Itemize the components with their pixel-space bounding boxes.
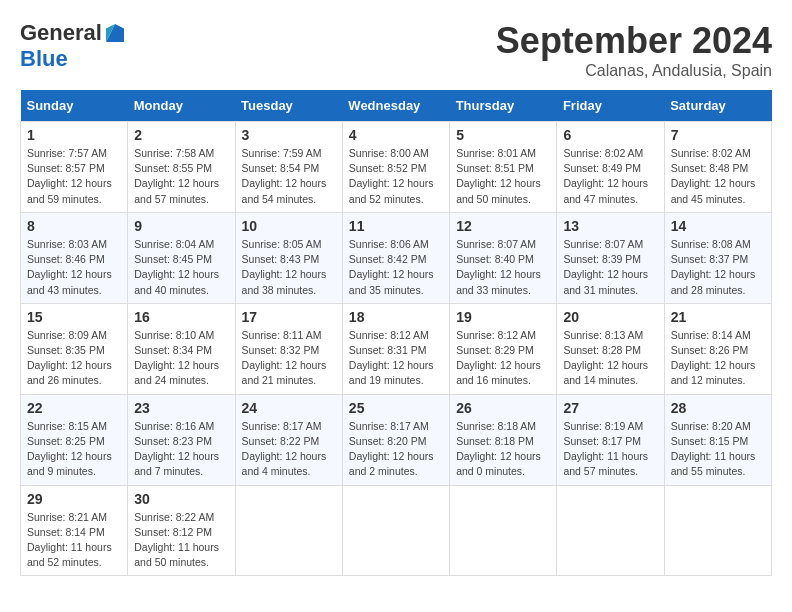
table-row: 27Sunrise: 8:19 AM Sunset: 8:17 PM Dayli… [557,394,664,485]
logo-icon [106,24,124,42]
day-number: 19 [456,309,550,325]
header-saturday: Saturday [664,90,771,122]
day-info: Sunrise: 8:12 AM Sunset: 8:29 PM Dayligh… [456,328,550,389]
table-row [450,485,557,576]
day-number: 13 [563,218,657,234]
day-info: Sunrise: 8:17 AM Sunset: 8:22 PM Dayligh… [242,419,336,480]
table-row: 16Sunrise: 8:10 AM Sunset: 8:34 PM Dayli… [128,303,235,394]
day-info: Sunrise: 8:14 AM Sunset: 8:26 PM Dayligh… [671,328,765,389]
table-row: 23Sunrise: 8:16 AM Sunset: 8:23 PM Dayli… [128,394,235,485]
table-row: 15Sunrise: 8:09 AM Sunset: 8:35 PM Dayli… [21,303,128,394]
day-number: 17 [242,309,336,325]
table-row [342,485,449,576]
day-info: Sunrise: 8:07 AM Sunset: 8:40 PM Dayligh… [456,237,550,298]
day-info: Sunrise: 8:17 AM Sunset: 8:20 PM Dayligh… [349,419,443,480]
day-number: 3 [242,127,336,143]
day-info: Sunrise: 8:09 AM Sunset: 8:35 PM Dayligh… [27,328,121,389]
calendar-week-row: 15Sunrise: 8:09 AM Sunset: 8:35 PM Dayli… [21,303,772,394]
day-info: Sunrise: 8:20 AM Sunset: 8:15 PM Dayligh… [671,419,765,480]
day-info: Sunrise: 8:03 AM Sunset: 8:46 PM Dayligh… [27,237,121,298]
table-row: 21Sunrise: 8:14 AM Sunset: 8:26 PM Dayli… [664,303,771,394]
month-title: September 2024 [496,20,772,62]
day-info: Sunrise: 8:18 AM Sunset: 8:18 PM Dayligh… [456,419,550,480]
day-number: 5 [456,127,550,143]
table-row: 12Sunrise: 8:07 AM Sunset: 8:40 PM Dayli… [450,212,557,303]
table-row: 5Sunrise: 8:01 AM Sunset: 8:51 PM Daylig… [450,122,557,213]
day-number: 8 [27,218,121,234]
table-row: 28Sunrise: 8:20 AM Sunset: 8:15 PM Dayli… [664,394,771,485]
day-info: Sunrise: 8:05 AM Sunset: 8:43 PM Dayligh… [242,237,336,298]
table-row [557,485,664,576]
header-monday: Monday [128,90,235,122]
day-info: Sunrise: 8:22 AM Sunset: 8:12 PM Dayligh… [134,510,228,571]
table-row: 6Sunrise: 8:02 AM Sunset: 8:49 PM Daylig… [557,122,664,213]
header-friday: Friday [557,90,664,122]
day-number: 18 [349,309,443,325]
table-row: 25Sunrise: 8:17 AM Sunset: 8:20 PM Dayli… [342,394,449,485]
calendar-week-row: 1Sunrise: 7:57 AM Sunset: 8:57 PM Daylig… [21,122,772,213]
day-info: Sunrise: 7:59 AM Sunset: 8:54 PM Dayligh… [242,146,336,207]
day-number: 4 [349,127,443,143]
table-row: 29Sunrise: 8:21 AM Sunset: 8:14 PM Dayli… [21,485,128,576]
day-number: 27 [563,400,657,416]
calendar-week-row: 22Sunrise: 8:15 AM Sunset: 8:25 PM Dayli… [21,394,772,485]
day-number: 21 [671,309,765,325]
table-row: 11Sunrise: 8:06 AM Sunset: 8:42 PM Dayli… [342,212,449,303]
day-number: 14 [671,218,765,234]
table-row: 14Sunrise: 8:08 AM Sunset: 8:37 PM Dayli… [664,212,771,303]
table-row: 18Sunrise: 8:12 AM Sunset: 8:31 PM Dayli… [342,303,449,394]
table-row: 9Sunrise: 8:04 AM Sunset: 8:45 PM Daylig… [128,212,235,303]
table-row: 4Sunrise: 8:00 AM Sunset: 8:52 PM Daylig… [342,122,449,213]
day-info: Sunrise: 7:57 AM Sunset: 8:57 PM Dayligh… [27,146,121,207]
day-number: 16 [134,309,228,325]
day-number: 22 [27,400,121,416]
day-info: Sunrise: 8:00 AM Sunset: 8:52 PM Dayligh… [349,146,443,207]
day-number: 12 [456,218,550,234]
table-row [664,485,771,576]
day-info: Sunrise: 8:07 AM Sunset: 8:39 PM Dayligh… [563,237,657,298]
table-row: 10Sunrise: 8:05 AM Sunset: 8:43 PM Dayli… [235,212,342,303]
table-row: 19Sunrise: 8:12 AM Sunset: 8:29 PM Dayli… [450,303,557,394]
table-row: 30Sunrise: 8:22 AM Sunset: 8:12 PM Dayli… [128,485,235,576]
day-number: 23 [134,400,228,416]
table-row: 26Sunrise: 8:18 AM Sunset: 8:18 PM Dayli… [450,394,557,485]
day-number: 24 [242,400,336,416]
day-info: Sunrise: 8:02 AM Sunset: 8:49 PM Dayligh… [563,146,657,207]
day-number: 6 [563,127,657,143]
table-row: 7Sunrise: 8:02 AM Sunset: 8:48 PM Daylig… [664,122,771,213]
calendar-header-row: Sunday Monday Tuesday Wednesday Thursday… [21,90,772,122]
day-number: 25 [349,400,443,416]
day-info: Sunrise: 8:16 AM Sunset: 8:23 PM Dayligh… [134,419,228,480]
location-subtitle: Calanas, Andalusia, Spain [496,62,772,80]
table-row: 3Sunrise: 7:59 AM Sunset: 8:54 PM Daylig… [235,122,342,213]
header-thursday: Thursday [450,90,557,122]
day-info: Sunrise: 8:10 AM Sunset: 8:34 PM Dayligh… [134,328,228,389]
day-info: Sunrise: 8:06 AM Sunset: 8:42 PM Dayligh… [349,237,443,298]
day-info: Sunrise: 8:15 AM Sunset: 8:25 PM Dayligh… [27,419,121,480]
day-info: Sunrise: 8:13 AM Sunset: 8:28 PM Dayligh… [563,328,657,389]
header-tuesday: Tuesday [235,90,342,122]
day-info: Sunrise: 8:08 AM Sunset: 8:37 PM Dayligh… [671,237,765,298]
day-info: Sunrise: 8:12 AM Sunset: 8:31 PM Dayligh… [349,328,443,389]
logo-general-text: General [20,20,102,46]
day-number: 11 [349,218,443,234]
day-number: 1 [27,127,121,143]
table-row: 24Sunrise: 8:17 AM Sunset: 8:22 PM Dayli… [235,394,342,485]
logo-blue-text: Blue [20,46,68,72]
day-info: Sunrise: 7:58 AM Sunset: 8:55 PM Dayligh… [134,146,228,207]
header-sunday: Sunday [21,90,128,122]
day-info: Sunrise: 8:19 AM Sunset: 8:17 PM Dayligh… [563,419,657,480]
table-row [235,485,342,576]
title-section: September 2024 Calanas, Andalusia, Spain [496,20,772,80]
calendar-week-row: 29Sunrise: 8:21 AM Sunset: 8:14 PM Dayli… [21,485,772,576]
day-info: Sunrise: 8:04 AM Sunset: 8:45 PM Dayligh… [134,237,228,298]
calendar-week-row: 8Sunrise: 8:03 AM Sunset: 8:46 PM Daylig… [21,212,772,303]
day-info: Sunrise: 8:01 AM Sunset: 8:51 PM Dayligh… [456,146,550,207]
day-number: 9 [134,218,228,234]
table-row: 2Sunrise: 7:58 AM Sunset: 8:55 PM Daylig… [128,122,235,213]
table-row: 17Sunrise: 8:11 AM Sunset: 8:32 PM Dayli… [235,303,342,394]
logo: General Blue [20,20,124,72]
calendar-table: Sunday Monday Tuesday Wednesday Thursday… [20,90,772,576]
day-info: Sunrise: 8:02 AM Sunset: 8:48 PM Dayligh… [671,146,765,207]
day-number: 2 [134,127,228,143]
